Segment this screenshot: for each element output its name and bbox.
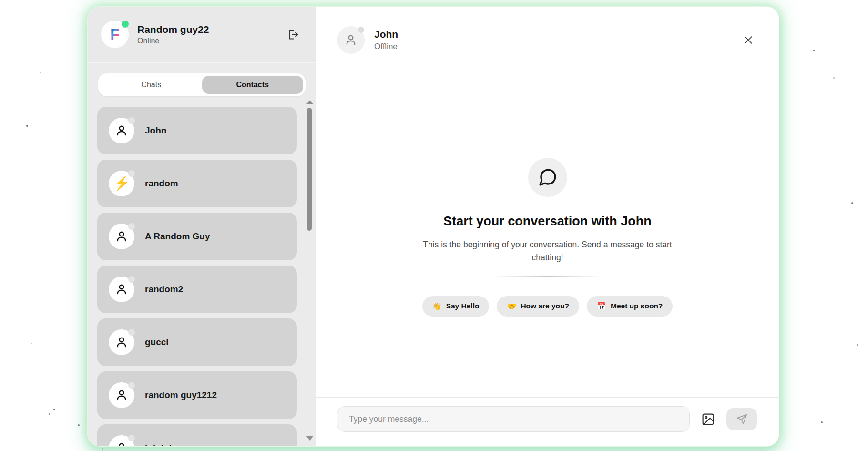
quick-reply-say-hello[interactable]: 👋 Say Hello — [422, 296, 490, 317]
quick-replies: 👋 Say Hello 🤝 How are you? 📅 Meet up soo… — [422, 296, 673, 317]
send-button[interactable] — [726, 408, 757, 430]
sidebar-profile-header: F Random guy22 Online — [88, 7, 316, 63]
contact-avatar — [109, 382, 134, 408]
background-dot — [821, 421, 823, 423]
handshake-emoji-icon: 🤝 — [507, 302, 516, 311]
quick-reply-meet-up-soon[interactable]: 📅 Meet up soon? — [587, 296, 673, 317]
contact-avatar: ⚡ — [109, 171, 134, 196]
scrollbar — [307, 101, 312, 446]
person-icon — [114, 282, 129, 297]
peer-avatar — [337, 26, 365, 54]
wave-emoji-icon: 👋 — [432, 302, 442, 311]
brand-logo-icon: F — [106, 25, 124, 43]
scroll-down-arrow-icon[interactable] — [306, 436, 313, 441]
offline-status-dot — [128, 223, 135, 230]
contact-avatar — [109, 435, 134, 446]
sidebar: F Random guy22 Online Chats Contacts — [88, 7, 316, 446]
offline-status-dot — [128, 435, 135, 441]
contact-item-gucci[interactable]: gucci — [97, 318, 297, 366]
contact-item-random-guy1212[interactable]: random guy1212 — [97, 371, 297, 419]
offline-status-dot — [128, 276, 135, 283]
contact-item-lololol[interactable]: lololol — [97, 424, 297, 446]
offline-status-dot — [358, 27, 364, 33]
chat-bubble-badge — [528, 158, 567, 197]
logout-button[interactable] — [285, 26, 302, 43]
tab-chats-label: Chats — [141, 81, 161, 89]
svg-text:F: F — [110, 26, 120, 43]
contact-name: random2 — [145, 284, 183, 295]
contact-item-a-random-guy[interactable]: A Random Guy — [97, 213, 297, 260]
chat-empty-state: Start your conversation with John This i… — [316, 73, 779, 397]
contact-avatar — [109, 224, 134, 249]
background-dot — [31, 343, 32, 344]
quick-reply-label: Say Hello — [446, 302, 480, 310]
peer-status: Offline — [374, 42, 398, 51]
chat-header: John Offline — [316, 7, 779, 73]
background-dot — [813, 50, 815, 51]
contact-name: lololol — [145, 443, 172, 446]
offline-status-dot — [128, 170, 135, 177]
person-icon — [114, 335, 129, 349]
background-dot — [26, 125, 28, 127]
profile-meta: Random guy22 Online — [137, 24, 276, 45]
divider — [493, 276, 602, 277]
empty-state-description: This is the beginning of your conversati… — [419, 238, 676, 264]
contact-avatar — [109, 118, 134, 144]
background-dot — [53, 409, 55, 410]
quick-reply-label: How are you? — [521, 302, 569, 310]
offline-status-dot — [128, 117, 135, 124]
background-dot — [49, 413, 50, 415]
contact-item-random2[interactable]: random2 — [97, 266, 297, 313]
contact-avatar — [109, 277, 134, 302]
chat-bubble-icon — [538, 167, 558, 187]
scrollbar-thumb[interactable] — [307, 108, 312, 231]
contact-name: random — [145, 178, 178, 189]
person-icon — [114, 388, 129, 402]
message-input[interactable] — [337, 406, 690, 432]
person-icon — [344, 33, 358, 47]
profile-status: Online — [137, 37, 276, 45]
background-dot — [857, 344, 858, 346]
chat-main: John Offline Start your conversation wit… — [316, 7, 779, 446]
message-composer — [316, 397, 779, 446]
background-dot — [102, 448, 103, 450]
quick-reply-label: Meet up soon? — [611, 302, 663, 310]
contact-name: random guy1212 — [145, 390, 217, 400]
logout-icon — [287, 28, 300, 41]
offline-status-dot — [128, 382, 135, 389]
chat-app-window: F Random guy22 Online Chats Contacts — [88, 7, 779, 446]
person-icon — [114, 441, 129, 446]
empty-state-title: Start your conversation with John — [443, 214, 652, 229]
tab-chats[interactable]: Chats — [101, 76, 202, 94]
contact-name: gucci — [145, 337, 169, 348]
contact-avatar — [109, 329, 134, 355]
peer-meta: John Offline — [374, 29, 398, 51]
sidebar-tabs: Chats Contacts — [98, 73, 306, 96]
background-dot — [40, 72, 41, 73]
offline-status-dot — [128, 329, 135, 336]
peer-name: John — [374, 29, 398, 40]
online-status-dot — [122, 20, 129, 28]
contact-name: John — [145, 125, 166, 136]
profile-avatar: F — [101, 20, 129, 48]
contact-item-random[interactable]: ⚡ random — [97, 160, 297, 207]
close-chat-button[interactable] — [740, 31, 757, 49]
contact-name: A Random Guy — [145, 231, 210, 242]
lightning-icon: ⚡ — [113, 177, 130, 190]
calendar-emoji-icon: 📅 — [597, 302, 606, 311]
background-dot — [851, 202, 853, 204]
close-icon — [743, 34, 754, 46]
contact-item-john[interactable]: John — [97, 107, 297, 154]
image-icon — [701, 412, 715, 426]
background-dot — [78, 424, 80, 426]
tab-contacts-label: Contacts — [236, 81, 269, 89]
attach-image-button[interactable] — [700, 411, 716, 427]
send-icon — [736, 414, 747, 425]
person-icon — [114, 123, 129, 138]
person-icon — [114, 229, 129, 244]
tab-contacts[interactable]: Contacts — [202, 76, 304, 94]
scroll-up-arrow-icon[interactable] — [306, 101, 313, 104]
contact-list: John ⚡ random A Random Guy — [88, 101, 316, 446]
background-dot — [833, 77, 835, 79]
quick-reply-how-are-you[interactable]: 🤝 How are you? — [497, 296, 579, 317]
